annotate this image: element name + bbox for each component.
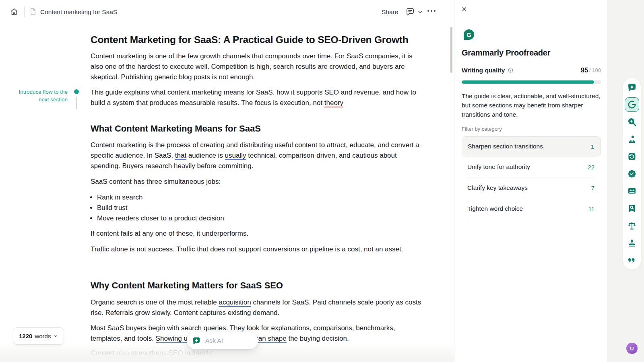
category-label: Sharpen section transitions	[468, 143, 543, 150]
doc-heading-2: What Content Marketing Means for SaaS	[91, 123, 261, 134]
document-area: Content marketing for SaaS Share Introdu…	[0, 0, 454, 362]
word-count-value: 1220	[19, 333, 32, 339]
grammarly-logo: G	[464, 29, 474, 40]
suggestion-underline[interactable]: usually	[225, 152, 246, 160]
doc-paragraph: If content fails at any one of these, it…	[91, 228, 425, 239]
close-icon[interactable]: ×	[462, 5, 467, 14]
document-title-breadcrumb[interactable]: Content marketing for SaaS	[40, 8, 117, 16]
logo-letter: G	[466, 31, 471, 38]
doc-text: This guide explains what content marketi…	[91, 88, 416, 107]
header-divider	[24, 6, 25, 17]
fairness-scales-icon[interactable]	[627, 221, 637, 230]
category-label: Unify tone for authority	[467, 163, 530, 171]
doc-paragraph: Organic search is one of the most reliab…	[91, 297, 425, 318]
tool-rail	[623, 78, 641, 270]
citations-quotes-icon[interactable]	[627, 255, 637, 265]
category-clarify-takeaways[interactable]: Clarify key takeaways 7	[462, 177, 601, 198]
category-count: 22	[588, 164, 594, 171]
document-icon	[29, 7, 37, 16]
writing-quality-score: 95	[581, 66, 588, 74]
doc-paragraph-faded: Content also strengthens SEO indirectly:	[91, 348, 425, 358]
ask-ai-bubble-icon	[192, 336, 201, 345]
doc-paragraph: SaaS content has three simultaneous jobs…	[91, 177, 425, 187]
audience-icon[interactable]	[627, 186, 637, 196]
info-icon[interactable]	[508, 67, 514, 73]
grammarly-sidebar: × G Grammarly Proofreader Writing qualit…	[454, 0, 607, 362]
tone-person-icon[interactable]	[627, 134, 637, 144]
doc-text: the buying decision.	[287, 335, 349, 342]
sidebar-title: Grammarly Proofreader	[462, 48, 550, 58]
category-tighten-word-choice[interactable]: Tighten word choice 11	[462, 198, 601, 219]
comments-icon[interactable]	[405, 6, 415, 17]
category-count: 7	[591, 185, 594, 191]
category-list: Sharpen section transitions 1 Unify tone…	[462, 136, 601, 219]
doc-bullet-item: Move readers closer to a product decisio…	[97, 213, 413, 224]
chevron-down-icon	[53, 334, 58, 339]
comment-dot[interactable]	[74, 89, 79, 94]
doc-heading-1: Content Marketing for SaaS: A Practical …	[91, 34, 409, 46]
comment-thread-line	[76, 97, 77, 109]
doc-paragraph: Content marketing is the process of crea…	[91, 140, 425, 171]
category-count: 1	[591, 143, 594, 150]
writing-quality-progressbar	[462, 80, 601, 84]
ask-ai-placeholder: Ask AI	[205, 337, 223, 344]
spelling-issue-underline[interactable]: theory	[324, 99, 343, 107]
stamp-icon[interactable]	[627, 238, 637, 248]
suggestion-underline[interactable]: acquisition	[219, 298, 251, 307]
doc-bullet-item: Build trust	[97, 203, 413, 213]
search-sparkle-icon[interactable]	[627, 117, 637, 127]
comments-chevron-down-icon[interactable]	[417, 9, 423, 15]
ask-ai-icon[interactable]	[627, 82, 637, 92]
word-count-dropdown[interactable]: 1220 words	[13, 327, 64, 345]
doc-text: audience is	[186, 152, 225, 159]
avatar-initial: U	[630, 346, 634, 352]
doc-paragraph: Content marketing is one of the few grow…	[91, 51, 425, 82]
word-count-unit: words	[35, 333, 51, 339]
category-sharpen-section-transitions[interactable]: Sharpen section transitions 1	[462, 136, 601, 156]
verified-badge-icon[interactable]	[627, 169, 637, 179]
separator	[467, 219, 595, 219]
plagiarism-book-icon[interactable]	[627, 204, 637, 213]
right-strip: U	[607, 0, 644, 362]
share-button[interactable]: Share	[382, 8, 398, 16]
writing-quality-label: Writing quality	[462, 67, 505, 74]
category-label: Clarify key takeaways	[467, 184, 528, 191]
doc-text: Organic search is one of the most reliab…	[91, 298, 219, 306]
more-options-icon[interactable]	[427, 10, 436, 12]
quality-summary: The guide is clear, actionable, and well…	[462, 91, 605, 119]
filter-by-category-label: Filter by category	[462, 126, 502, 132]
margin-comment[interactable]: Introduce flow to the next section	[14, 88, 68, 103]
document-scrollbar[interactable]	[450, 27, 452, 73]
writing-quality-max: / 100	[589, 67, 601, 73]
user-avatar[interactable]: U	[626, 343, 638, 354]
doc-bullet-list: Rank in search Build trust Move readers …	[91, 192, 413, 224]
doc-bullet-item: Rank in search	[97, 192, 413, 203]
category-label: Tighten word choice	[467, 205, 523, 212]
doc-paragraph: This guide explains what content marketi…	[91, 87, 425, 108]
home-icon[interactable]	[10, 7, 19, 16]
category-count: 11	[588, 206, 594, 212]
grammarly-icon[interactable]	[625, 97, 639, 112]
writing-quality-progress-fill	[462, 80, 594, 84]
ask-ai-input[interactable]: Ask AI	[187, 332, 258, 349]
suggestion-underline[interactable]: that	[175, 152, 186, 160]
doc-heading-2: Why Content Marketing Matters for SaaS S…	[91, 280, 283, 291]
paraphrase-icon[interactable]	[627, 152, 637, 161]
doc-paragraph: Traffic alone is not success. Traffic th…	[91, 244, 425, 255]
category-unify-tone[interactable]: Unify tone for authority 22	[462, 156, 601, 177]
